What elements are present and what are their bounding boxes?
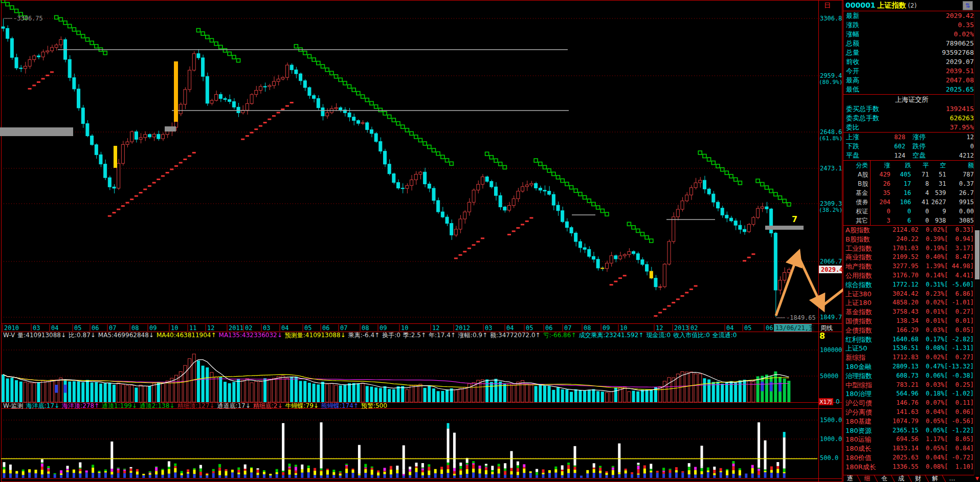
index-row[interactable]: 国债指数 138.34 0.01%[ 0.01]	[843, 317, 980, 326]
index-name: 180R成长	[845, 463, 889, 472]
exchange-row: 委比37.95%	[843, 123, 980, 132]
tab-解[interactable]: 解	[928, 475, 942, 482]
index-row[interactable]: 180价值 2025.63 0.04%[ -0.72]	[843, 453, 980, 463]
index-row[interactable]: 180R成长 1336.55 0.08%[ 1.10]	[843, 463, 980, 472]
index-name: 企债指数	[845, 326, 889, 335]
index-row[interactable]: 基金指数 3758.43 0.01%[ 0.27]	[843, 308, 980, 317]
index-list: A股指数 2124.02 0.02%[ 0.33]B股指数 240.22 0.3…	[843, 226, 980, 472]
quote-value: 2039.51	[859, 67, 974, 76]
svg-text:(61.8%): (61.8%)	[819, 135, 842, 142]
quote-value: 0.02%	[859, 30, 974, 39]
table-cell: 26	[871, 179, 890, 188]
tab-…[interactable]: …	[945, 475, 959, 482]
quote-value: 2025.65	[859, 85, 974, 94]
updown-value: 602	[876, 142, 905, 151]
vol-header-segment: 全流通:0	[712, 332, 737, 339]
scrollbar-thumb[interactable]	[975, 230, 979, 279]
index-row[interactable]: 地产指数 3277.95 1.39%[ 44.98]	[843, 262, 980, 271]
table-cell: 405	[890, 170, 911, 179]
tab-成[interactable]: 成	[895, 475, 908, 482]
table-cell: 其它	[843, 216, 871, 225]
index-row[interactable]: 180成长 1833.14 0.05%[ 0.84]	[843, 444, 980, 453]
svg-text:0: 0	[836, 398, 840, 405]
index-name: 国债指数	[845, 317, 889, 326]
index-row[interactable]: 180金融 2809.13 0.47%[-13.32]	[843, 362, 980, 371]
quote-row: 涨跌0.35	[843, 20, 980, 30]
table-cell: 41	[911, 198, 929, 207]
tab-财[interactable]: 财	[911, 475, 925, 482]
table-cell: 8	[911, 179, 929, 188]
table-cell: 0	[871, 207, 890, 216]
vol-header-segment: 额:34772072.0↑	[490, 332, 541, 339]
table-header-cell: 空	[929, 161, 946, 170]
table-row: B股26178310.37	[843, 179, 980, 188]
monitor-indicator-header: W-监测海洋底:17↓海洋顶:278↑通顶1:199↓通顶2:138↓精细顶:1…	[3, 403, 816, 409]
monitor-header-segment: 海洋顶:278↑	[62, 402, 99, 409]
index-row[interactable]: 工业指数 1701.03 0.19%[ 3.17]	[843, 244, 980, 253]
index-row[interactable]: 上证180 4858.20 0.02%[ -1.01]	[843, 298, 980, 308]
index-row[interactable]: 180资源 2365.15 0.05%[ -1.22]	[843, 426, 980, 435]
index-row[interactable]: 上证50 1536.51 0.08%[ -1.31]	[843, 344, 980, 353]
tab-separator: ╲	[874, 475, 877, 482]
table-cell: 106	[890, 198, 911, 207]
tab-separator: ╲	[857, 475, 860, 482]
quote-label: 最高	[846, 76, 859, 85]
panel-tool-icon[interactable]: ⇅	[963, 1, 973, 10]
quote-panel-header[interactable]: 000001 上证指数 (2) ⇅	[843, 0, 980, 11]
table-cell: 9915	[946, 198, 974, 207]
index-row[interactable]: 新综指 1712.83 0.02%[ 0.27]	[843, 353, 980, 362]
quote-panel: 000001 上证指数 (2) ⇅ 最新2029.42涨跌0.35涨幅0.02%…	[843, 0, 980, 482]
index-row[interactable]: 中型综指 783.21 0.03%[ 0.25]	[843, 381, 980, 390]
index-row[interactable]: 企债指数 166.29 0.03%[ 0.05]	[843, 326, 980, 335]
dropdown-arrow-icon[interactable]: ▼	[975, 476, 979, 481]
index-name: 商业指数	[845, 253, 889, 262]
index-name: 红利指数	[845, 335, 889, 344]
index-row[interactable]: 上证380 3024.42 0.23%[ 6.86]	[843, 290, 980, 299]
index-values: 1701.03 0.19%[ 3.17]	[889, 244, 974, 253]
index-row[interactable]: 公用指数 3176.70 0.14%[ 4.41]	[843, 271, 980, 280]
index-row[interactable]: 180基建 1074.79 0.05%[ -0.56]	[843, 417, 980, 426]
index-row[interactable]: 商业指数 2109.52 0.40%[ 8.47]	[843, 253, 980, 262]
table-row: 其它3609383085	[843, 216, 980, 225]
index-row[interactable]: 治理指数 608.73 0.06%[ -0.38]	[843, 371, 980, 381]
tab-separator: ╲	[942, 475, 945, 482]
svg-text:06: 06	[322, 324, 329, 332]
index-values: 1833.14 0.05%[ 0.84]	[889, 444, 974, 453]
quote-label: 前收	[846, 57, 859, 67]
index-row[interactable]: 红利指数 1640.68 0.17%[ -2.82]	[843, 335, 980, 344]
svg-text:12: 12	[207, 324, 214, 332]
index-values: 3758.43 0.01%[ 0.27]	[889, 308, 974, 317]
index-name: 180金融	[845, 362, 889, 371]
quote-value: 2029.07	[859, 57, 974, 67]
svg-text:2309.3: 2309.3	[820, 200, 842, 207]
index-row[interactable]: 180运输 694.56 1.17%[ 8.05]	[843, 435, 980, 444]
sidebar-scrollbar[interactable]	[974, 12, 980, 475]
tab-逐[interactable]: 逐	[843, 475, 857, 482]
tab-仓[interactable]: 仓	[877, 475, 890, 482]
index-values: 1336.55 0.08%[ 1.10]	[889, 463, 974, 472]
index-row[interactable]: 沪分离债 141.63 0.04%[ 0.06]	[843, 408, 980, 417]
svg-text:3306.8: 3306.8	[820, 15, 842, 22]
chart-canvas[interactable]: 2010030405060708091011122011020304050607…	[0, 0, 843, 482]
index-row[interactable]: 综合指数 1772.12 0.31%[ -5.60]	[843, 280, 980, 290]
index-values: 2809.13 0.47%[-13.32]	[889, 362, 974, 371]
vol-header-segment: W-V	[3, 332, 15, 339]
index-row[interactable]: A股指数 2124.02 0.02%[ 0.33]	[843, 226, 980, 235]
svg-text:07: 07	[109, 324, 116, 332]
vol-header-segment: 收入市值比:0	[673, 332, 710, 339]
exchange-value: 626263	[879, 114, 974, 123]
table-cell: 4	[911, 188, 929, 198]
tab-细[interactable]: 细	[860, 475, 874, 482]
index-row[interactable]: B股指数 240.22 0.39%[ 0.94]	[843, 235, 980, 244]
index-row[interactable]: 沪公司债 146.76 0.07%[ 0.11]	[843, 399, 980, 408]
index-name: 地产指数	[845, 262, 889, 271]
monitor-header-segment: 牛蝴蝶:79↓	[285, 402, 319, 409]
exchange-label: 委卖总手数	[846, 114, 879, 123]
index-row[interactable]: 180治理 564.96 0.18%[ -1.02]	[843, 389, 980, 399]
svg-text:08: 08	[584, 324, 591, 332]
stock-code: 000001	[845, 1, 875, 9]
quote-row: 总额7890625	[843, 39, 980, 48]
monitor-header-segment: W-监测	[3, 402, 24, 409]
updown-label: 涨停	[905, 133, 945, 142]
quote-row: 总量93592768	[843, 48, 980, 57]
